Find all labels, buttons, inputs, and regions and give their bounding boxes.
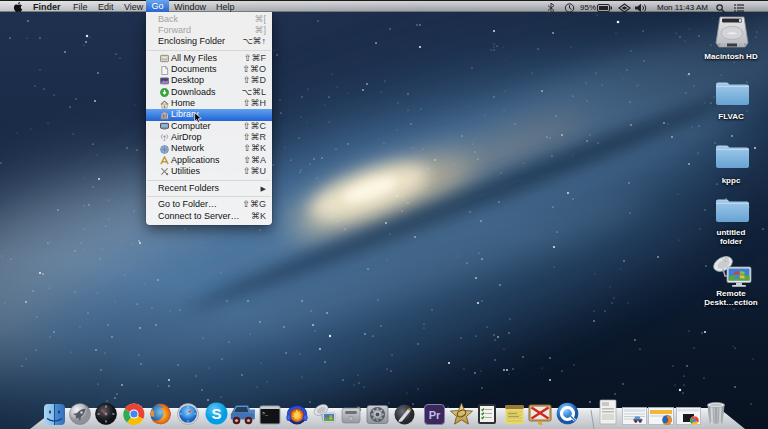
svg-text:>_: >_ (262, 411, 269, 417)
svg-text:Pr: Pr (428, 409, 440, 421)
svg-text:S: S (211, 405, 221, 422)
